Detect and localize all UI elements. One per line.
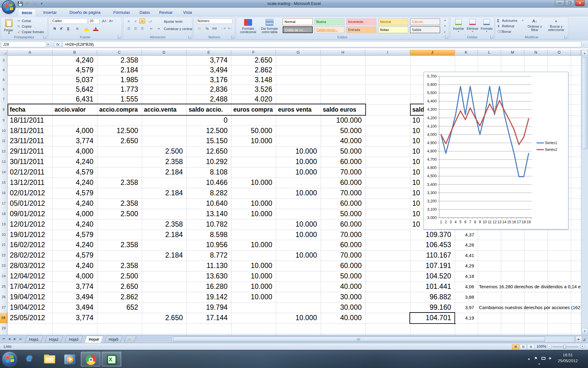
orientation-icon[interactable]: ⤻ bbox=[147, 18, 153, 24]
cell-C4[interactable]: 2.184 bbox=[98, 65, 138, 75]
cell-H19[interactable]: 60.000 bbox=[322, 219, 362, 230]
column-header-M[interactable]: M bbox=[501, 50, 524, 56]
selection-fill-handle[interactable] bbox=[454, 323, 456, 324]
cell-K22[interactable]: 4,41 bbox=[456, 250, 474, 261]
media-player-icon[interactable] bbox=[60, 352, 80, 366]
first-sheet-icon[interactable]: ⏮ bbox=[1, 336, 6, 342]
cell-C7[interactable]: 1.555 bbox=[98, 94, 138, 104]
sheet-tab-hoja1[interactable]: Hoja1 bbox=[24, 336, 43, 343]
cell-K24[interactable]: 4,18 bbox=[456, 271, 474, 282]
column-header-B[interactable]: B bbox=[52, 50, 97, 56]
percent-icon[interactable]: % bbox=[204, 26, 210, 31]
cell-C21[interactable]: 2.358 bbox=[98, 240, 138, 250]
cell-H20[interactable]: 70.000 bbox=[322, 230, 362, 240]
normal-view-icon[interactable]: ▦ bbox=[512, 344, 519, 349]
sheet-tab-hoja5[interactable]: Hoja5 bbox=[104, 336, 123, 343]
cell-B20[interactable]: 4,579 bbox=[54, 230, 93, 240]
cell-E24[interactable]: 13.630 bbox=[188, 271, 228, 282]
cell-A25[interactable]: 17/04/2012 bbox=[10, 282, 52, 292]
cell-F4[interactable]: 2.862 bbox=[232, 65, 272, 75]
zoom-slider-thumb[interactable] bbox=[564, 345, 566, 349]
zoom-out-icon[interactable]: − bbox=[547, 344, 552, 349]
cell-H24[interactable]: 50.000 bbox=[322, 271, 362, 282]
cell-J28[interactable]: 104.701 bbox=[411, 313, 451, 323]
action-center-flag-icon[interactable]: ⚑ bbox=[534, 356, 538, 361]
group-portapapeles-dialog-launcher-icon[interactable]: ◿ bbox=[43, 36, 47, 39]
chart-series-1[interactable] bbox=[441, 86, 529, 177]
cell-B12[interactable]: 4,000 bbox=[54, 146, 93, 157]
start-button[interactable] bbox=[2, 352, 17, 366]
cell-J17[interactable]: 10 bbox=[412, 198, 424, 209]
cell-J14[interactable]: 10 bbox=[412, 167, 424, 178]
cells-format-button[interactable]: Formato▼ bbox=[480, 18, 493, 38]
row-header-10[interactable]: 10 bbox=[0, 126, 7, 136]
column-header-H[interactable]: H bbox=[321, 50, 365, 56]
row-header-15[interactable]: 15 bbox=[0, 178, 7, 188]
column-header-G[interactable]: G bbox=[276, 50, 321, 56]
format-as-table-button[interactable]: Dar formato como tabla bbox=[259, 18, 280, 38]
row-header-8[interactable]: 8 bbox=[0, 104, 7, 115]
cell-H16[interactable]: 70.000 bbox=[322, 188, 362, 198]
tab-fórmulas[interactable]: Fórmulas bbox=[110, 9, 134, 16]
cell-B13[interactable]: 4,240 bbox=[54, 157, 93, 167]
cell-H8[interactable]: saldo euros bbox=[323, 104, 365, 115]
cell-B26[interactable]: 3,494 bbox=[54, 292, 93, 302]
cell-A9[interactable]: 18/11/2011 bbox=[10, 115, 52, 126]
style-buena[interactable]: Buena bbox=[315, 18, 345, 25]
row-header-12[interactable]: 12 bbox=[0, 146, 7, 157]
cell-A27[interactable]: 19/04/2012 bbox=[10, 302, 52, 313]
cell-K27[interactable]: 3,97 bbox=[456, 302, 474, 313]
row-header-27[interactable]: 27 bbox=[0, 302, 7, 313]
cell-B15[interactable]: 4,240 bbox=[54, 178, 93, 188]
row-header-28[interactable]: 28 bbox=[0, 313, 7, 323]
cell-G16[interactable]: 10.000 bbox=[277, 188, 317, 198]
cell-B25[interactable]: 3,774 bbox=[54, 282, 93, 292]
tab-inicio[interactable]: Inicio bbox=[18, 9, 36, 16]
embedded-chart[interactable]: 3,0003,1003,2003,3003,4004,5004,6004,700… bbox=[424, 72, 568, 229]
cell-J21[interactable]: 106.453 bbox=[411, 240, 451, 250]
bold-button[interactable]: N bbox=[52, 26, 58, 31]
cell-E25[interactable]: 16.280 bbox=[188, 282, 228, 292]
cell-E3[interactable]: 3,774 bbox=[188, 56, 228, 65]
cell-B27[interactable]: 3,494 bbox=[54, 302, 93, 313]
cell-D13[interactable]: 2.358 bbox=[143, 157, 183, 167]
cell-G28[interactable]: 10.000 bbox=[277, 313, 317, 323]
cell-J22[interactable]: 110.167 bbox=[411, 250, 451, 261]
name-box[interactable]: J28 bbox=[1, 41, 46, 47]
cell-B14[interactable]: 4,579 bbox=[54, 167, 93, 178]
cell-H14[interactable]: 70.000 bbox=[322, 167, 362, 178]
cell-F11[interactable]: 10.000 bbox=[232, 136, 272, 146]
row-header-16[interactable]: 16 bbox=[0, 188, 7, 198]
cell-C26[interactable]: 2.862 bbox=[98, 292, 138, 302]
cell-F10[interactable]: 50.000 bbox=[232, 126, 272, 136]
cells-format-dropdown-icon[interactable]: ▼ bbox=[480, 30, 493, 33]
cell-B10[interactable]: 4,000 bbox=[54, 126, 93, 136]
next-sheet-icon[interactable]: ▶ bbox=[12, 336, 17, 342]
cell-B6[interactable]: 5,642 bbox=[54, 85, 93, 94]
horizontal-scroll-thumb[interactable] bbox=[173, 337, 545, 342]
row-header-20[interactable]: 20 bbox=[0, 230, 7, 240]
autosum-dropdown-icon[interactable]: ▼ bbox=[522, 19, 524, 21]
increase-indent-icon[interactable]: ⇥ bbox=[155, 26, 161, 31]
cell-C15[interactable]: 2.358 bbox=[98, 178, 138, 188]
column-header-stub[interactable] bbox=[571, 50, 581, 56]
scroll-down-icon[interactable]: ▼ bbox=[582, 328, 588, 334]
cell-A10[interactable]: 18/11/2011 bbox=[10, 126, 52, 136]
row-header-22[interactable]: 22 bbox=[0, 250, 7, 261]
column-header-A[interactable]: A bbox=[8, 50, 52, 56]
zoom-in-icon[interactable]: + bbox=[580, 344, 585, 349]
accounting-format-icon[interactable]: ⛁ bbox=[196, 26, 202, 31]
sheet-tab-hoja4[interactable]: Hoja4 bbox=[84, 336, 103, 343]
cell-E26[interactable]: 19.142 bbox=[188, 292, 228, 302]
cell-H23[interactable]: 60.000 bbox=[322, 261, 362, 271]
insert-function-icon[interactable]: fx bbox=[54, 41, 62, 47]
chrome-icon[interactable] bbox=[81, 352, 100, 366]
cell-A22[interactable]: 28/02/2012 bbox=[10, 250, 52, 261]
title-bar[interactable]: 💾 ↶ ↷ ▼ scale-trading - Microsoft Excel … bbox=[0, 0, 588, 8]
cell-K20[interactable]: 4,37 bbox=[456, 230, 474, 240]
cell-C8[interactable]: accio.compra bbox=[99, 104, 141, 115]
row-header-11[interactable]: 11 bbox=[0, 136, 7, 146]
cell-A28[interactable]: 25/05/2012 bbox=[10, 313, 52, 323]
cell-C10[interactable]: 12.500 bbox=[98, 126, 138, 136]
style-celda-de-co-[interactable]: Celda de co... bbox=[283, 26, 313, 33]
